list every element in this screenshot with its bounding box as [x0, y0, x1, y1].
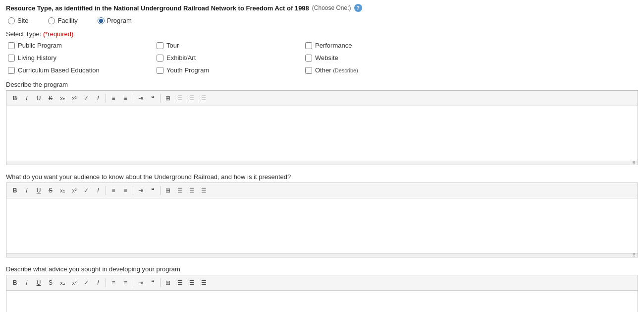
- checkbox-tour-label: Tour: [166, 42, 179, 49]
- checkbox-other-input[interactable]: [305, 67, 312, 74]
- superscript-btn-1[interactable]: x²: [69, 93, 80, 104]
- checkbox-performance[interactable]: Performance: [305, 42, 454, 49]
- checkbox-public-program[interactable]: Public Program: [8, 42, 157, 49]
- other-describe: (Describe): [333, 67, 358, 73]
- ul-btn-1[interactable]: ≡: [108, 93, 119, 104]
- align-center-btn-3[interactable]: ☰: [186, 277, 197, 288]
- strike-btn-3[interactable]: S: [45, 277, 56, 288]
- align-left-btn-1[interactable]: ☰: [174, 93, 185, 104]
- resource-type-radio-row: Site Facility Program: [6, 17, 638, 24]
- help-icon[interactable]: ?: [354, 4, 362, 12]
- strike-btn-2[interactable]: S: [45, 185, 56, 196]
- align-center-btn-1[interactable]: ☰: [186, 93, 197, 104]
- checkbox-curriculum-based-education[interactable]: Curriculum Based Education: [8, 66, 157, 74]
- table-btn-3[interactable]: ⊞: [162, 277, 173, 288]
- align-right-btn-3[interactable]: ☰: [198, 277, 209, 288]
- checkbox-exhibit-art-input[interactable]: [157, 55, 163, 62]
- checkbox-living-history[interactable]: Living History: [8, 54, 157, 62]
- checkbox-tour-input[interactable]: [157, 42, 163, 49]
- ol-btn-1[interactable]: ≡: [120, 93, 131, 104]
- advice-sought-label: Describe what advice you sought in devel…: [6, 265, 638, 273]
- radio-site[interactable]: Site: [8, 17, 28, 24]
- audience-knowledge-label: What do you want your audience to know a…: [6, 173, 638, 181]
- outdent-btn-3[interactable]: ⇥: [135, 277, 146, 288]
- italic2-btn-3[interactable]: I: [93, 277, 104, 288]
- audience-knowledge-toolbar: B I U S x₂ x² ✓ I ≡ ≡ ⇥ ❝ ⊞ ☰ ☰ ☰: [6, 183, 638, 198]
- describe-program-body[interactable]: [6, 106, 638, 161]
- toolbar-sep-3b: [133, 278, 133, 287]
- blockquote-btn-3[interactable]: ❝: [147, 277, 158, 288]
- radio-program[interactable]: Program: [98, 17, 132, 24]
- checkbox-website-input[interactable]: [305, 55, 312, 62]
- table-btn-1[interactable]: ⊞: [162, 93, 173, 104]
- underline-btn-1[interactable]: U: [33, 93, 44, 104]
- toolbar-sep-2c: [160, 186, 161, 195]
- italic2-btn-1[interactable]: I: [93, 93, 104, 104]
- subscript-btn-2[interactable]: x₂: [57, 185, 68, 196]
- describe-program-label: Describe the program: [6, 81, 638, 88]
- strike-btn-1[interactable]: S: [45, 93, 56, 104]
- outdent-btn-1[interactable]: ⇥: [135, 93, 146, 104]
- subscript-btn-3[interactable]: x₂: [57, 277, 68, 288]
- toolbar-sep-1b: [133, 94, 133, 103]
- subscript-btn-1[interactable]: x₂: [57, 93, 68, 104]
- ol-btn-2[interactable]: ≡: [120, 185, 131, 196]
- bold-btn-3[interactable]: B: [9, 277, 20, 288]
- checkbox-tour[interactable]: Tour: [157, 42, 305, 49]
- checkbox-living-history-input[interactable]: [8, 55, 15, 62]
- checkbox-youth-program[interactable]: Youth Program: [157, 66, 305, 74]
- toolbar-sep-3c: [160, 278, 161, 287]
- audience-knowledge-field: What do you want your audience to know a…: [6, 173, 638, 257]
- checkbox-performance-input[interactable]: [305, 42, 312, 49]
- advice-sought-field: Describe what advice you sought in devel…: [6, 265, 638, 312]
- checkbox-youth-program-input[interactable]: [157, 67, 163, 74]
- italic-btn-2[interactable]: I: [21, 185, 32, 196]
- checkbox-public-program-input[interactable]: [8, 42, 15, 49]
- align-right-btn-2[interactable]: ☰: [198, 185, 209, 196]
- remove-format-btn-2[interactable]: ✓: [81, 185, 92, 196]
- ul-btn-3[interactable]: ≡: [108, 277, 119, 288]
- ol-btn-3[interactable]: ≡: [120, 277, 131, 288]
- checkbox-curriculum-label: Curriculum Based Education: [18, 66, 100, 74]
- radio-program-input[interactable]: [98, 17, 105, 24]
- superscript-btn-3[interactable]: x²: [69, 277, 80, 288]
- bold-btn-1[interactable]: B: [9, 93, 20, 104]
- describe-program-resize[interactable]: [6, 161, 638, 165]
- toolbar-sep-1c: [160, 94, 161, 103]
- radio-site-input[interactable]: [8, 17, 15, 24]
- checkbox-website[interactable]: Website: [305, 54, 454, 62]
- describe-program-editor: B I U S x₂ x² ✓ I ≡ ≡ ⇥ ❝ ⊞ ☰ ☰ ☰: [6, 90, 638, 165]
- outdent-btn-2[interactable]: ⇥: [135, 185, 146, 196]
- checkbox-curriculum-input[interactable]: [8, 67, 15, 74]
- align-center-btn-2[interactable]: ☰: [186, 185, 197, 196]
- underline-btn-3[interactable]: U: [33, 277, 44, 288]
- checkbox-exhibit-art[interactable]: Exhibit/Art: [157, 54, 305, 62]
- italic-btn-3[interactable]: I: [21, 277, 32, 288]
- align-left-btn-3[interactable]: ☰: [174, 277, 185, 288]
- italic-btn-1[interactable]: I: [21, 93, 32, 104]
- remove-format-btn-3[interactable]: ✓: [81, 277, 92, 288]
- toolbar-sep-3a: [106, 278, 106, 287]
- table-btn-2[interactable]: ⊞: [162, 185, 173, 196]
- audience-knowledge-body[interactable]: [6, 198, 638, 253]
- radio-program-label: Program: [107, 17, 132, 24]
- underline-btn-2[interactable]: U: [33, 185, 44, 196]
- superscript-btn-2[interactable]: x²: [69, 185, 80, 196]
- audience-knowledge-resize[interactable]: [6, 253, 638, 257]
- italic2-btn-2[interactable]: I: [93, 185, 104, 196]
- resource-type-header: Resource Type, as identified in the Nati…: [6, 4, 638, 12]
- radio-facility-input[interactable]: [48, 17, 55, 24]
- align-left-btn-2[interactable]: ☰: [174, 185, 185, 196]
- advice-sought-body[interactable]: [6, 291, 638, 312]
- bold-btn-2[interactable]: B: [9, 185, 20, 196]
- blockquote-btn-1[interactable]: ❝: [147, 93, 158, 104]
- checkbox-other[interactable]: Other (Describe): [305, 66, 454, 74]
- blockquote-btn-2[interactable]: ❝: [147, 185, 158, 196]
- align-right-btn-1[interactable]: ☰: [198, 93, 209, 104]
- checkbox-exhibit-art-label: Exhibit/Art: [166, 54, 196, 62]
- ul-btn-2[interactable]: ≡: [108, 185, 119, 196]
- describe-program-field: Describe the program B I U S x₂ x² ✓ I ≡…: [6, 81, 638, 165]
- describe-program-toolbar: B I U S x₂ x² ✓ I ≡ ≡ ⇥ ❝ ⊞ ☰ ☰ ☰: [6, 91, 638, 106]
- radio-facility[interactable]: Facility: [48, 17, 77, 24]
- remove-format-btn-1[interactable]: ✓: [81, 93, 92, 104]
